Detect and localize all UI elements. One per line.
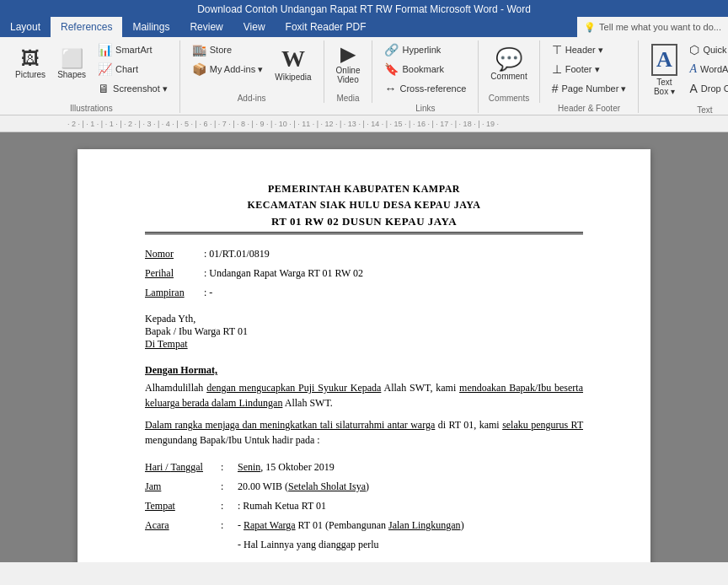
- wordart-icon: A: [689, 62, 697, 76]
- links-items: 🔗 Hyperlink 🔖 Bookmark ↔ Cross-reference: [379, 40, 471, 101]
- bookmark-button[interactable]: 🔖 Bookmark: [379, 60, 471, 78]
- textbox-icon: A: [651, 44, 677, 76]
- tell-me-input[interactable]: 💡 Tell me what you want to do...: [577, 17, 728, 37]
- header-footer-label: Header & Footer: [547, 101, 632, 113]
- ribbon-tabs: Layout References Mailings Review View F…: [0, 17, 728, 37]
- perihal-label: Perihal: [145, 267, 204, 280]
- text-group: A Text Box ▾ ⬡ Quick Parts ▾ A WordArt ▾…: [639, 40, 728, 115]
- nomor-value: : 01/RT.01/0819: [204, 248, 583, 260]
- doc-lampiran-field: Lampiran : -: [145, 287, 583, 299]
- links-label: Links: [379, 101, 471, 113]
- pictures-icon: 🖼: [21, 50, 40, 68]
- ribbon-content: 🖼 Pictures ⬜ Shapes 📊 SmartArt 📈 Chart 🖥: [0, 37, 728, 115]
- comments-group: 💬 Comment Comments: [479, 40, 539, 103]
- ruler: · 2 · | · 1 · | · 1 · | · 2 · | · 3 · | …: [0, 115, 728, 132]
- smartart-button[interactable]: 📊 SmartArt: [93, 40, 173, 59]
- addins-column: 🏬 Store 📦 My Add-ins ▾: [187, 40, 268, 78]
- doc-jam-field: Jam : 20.00 WIB (Setelah Sholat Isya): [145, 480, 583, 493]
- footer-icon: ⊥: [552, 62, 562, 76]
- paragraph2: Dalam rangka menjaga dan meningkatkan ta…: [145, 417, 583, 448]
- media-group: ▶ Online Video Media: [324, 40, 373, 103]
- document-page: PEMERINTAH KABUPATEN KAMPAR KECAMATAN SI…: [78, 149, 650, 562]
- title-bar: Download Contoh Undangan Rapat RT RW For…: [0, 0, 728, 17]
- puji-syukur-text: dengan mengucapkan Puji Syukur Kepada: [206, 382, 381, 394]
- shapes-icon: ⬜: [61, 50, 83, 68]
- crossref-button[interactable]: ↔ Cross-reference: [379, 79, 471, 98]
- lightbulb-icon: 💡: [584, 22, 596, 33]
- wordart-button[interactable]: A WordArt ▾: [684, 60, 728, 78]
- hari-value: Senin, 15 Oktober 2019: [238, 461, 583, 474]
- pictures-button[interactable]: 🖼 Pictures: [10, 40, 51, 88]
- store-button[interactable]: 🏬 Store: [187, 40, 268, 59]
- acara-sub-value: - Hal Lainnya yang dianggap perlu: [238, 539, 583, 551]
- shapes-button[interactable]: ⬜ Shapes: [52, 40, 91, 88]
- myaddin-icon: 📦: [192, 62, 206, 76]
- wikipedia-button[interactable]: W Wikipedia: [270, 40, 316, 88]
- di-tempat-text: Di Tempat: [145, 338, 583, 351]
- bookmark-icon: 🔖: [384, 62, 399, 76]
- header-footer-items: ⊤ Header ▾ ⊥ Footer ▾ # Page Number ▾: [547, 40, 632, 101]
- hyperlink-icon: 🔗: [384, 43, 399, 56]
- links-group: 🔗 Hyperlink 🔖 Bookmark ↔ Cross-reference…: [372, 40, 479, 113]
- dropcap-button[interactable]: A Drop Cap ▾: [684, 79, 728, 98]
- illustrations-sub-column: 📊 SmartArt 📈 Chart 🖥 Screenshot ▾: [93, 40, 173, 98]
- wikipedia-icon: W: [281, 47, 305, 71]
- jam-colon: :: [221, 480, 238, 493]
- comment-button[interactable]: 💬 Comment: [485, 40, 532, 88]
- kepada-text: Kepada Yth,: [145, 313, 583, 325]
- smartart-icon: 📊: [98, 43, 112, 56]
- onlinevideo-button[interactable]: ▶ Online Video: [331, 40, 366, 88]
- bapak-ibu-text: Bapak / Ibu Warga RT 01: [145, 325, 583, 338]
- lampiran-value: : -: [204, 287, 583, 299]
- screenshot-button[interactable]: 🖥 Screenshot ▾: [93, 79, 173, 98]
- tab-references[interactable]: References: [51, 17, 122, 37]
- hyperlink-button[interactable]: 🔗 Hyperlink: [379, 40, 471, 59]
- doc-hormat-section: Dengan Hormat, Alhamdulillah dengan meng…: [145, 364, 583, 448]
- tab-mailings[interactable]: Mailings: [122, 17, 179, 37]
- screenshot-icon: 🖥: [98, 82, 110, 95]
- hormat-text: Dengan Hormat,: [145, 364, 583, 377]
- comments-items: 💬 Comment: [485, 40, 532, 91]
- hari-label: Hari / Tanggal: [145, 461, 221, 474]
- tab-review[interactable]: Review: [179, 17, 233, 37]
- tempat-label: Tempat: [145, 500, 221, 513]
- doc-header-divider: [145, 232, 583, 234]
- crossref-icon: ↔: [384, 82, 396, 95]
- pagenumber-button[interactable]: # Page Number ▾: [547, 79, 632, 98]
- dropcap-icon: A: [689, 82, 697, 95]
- tempat-value: : Rumah Ketua RT 01: [238, 500, 583, 513]
- header-button[interactable]: ⊤ Header ▾: [547, 40, 632, 59]
- myaddin-button[interactable]: 📦 My Add-ins ▾: [187, 60, 268, 78]
- lampiran-label: Lampiran: [145, 287, 204, 299]
- pagenumber-icon: #: [552, 82, 559, 95]
- tab-foxit[interactable]: Foxit Reader PDF: [276, 17, 377, 37]
- doc-acara-sub-field: - Hal Lainnya yang dianggap perlu: [145, 539, 583, 551]
- acara-sub-spacer: [145, 539, 221, 551]
- comment-icon: 💬: [495, 48, 522, 70]
- document-area[interactable]: PEMERINTAH KABUPATEN KAMPAR KECAMATAN SI…: [0, 132, 728, 562]
- hari-colon: :: [221, 461, 238, 474]
- jam-label: Jam: [145, 480, 221, 493]
- illustrations-label: Illustrations: [10, 101, 173, 113]
- doc-kepada-section: Kepada Yth, Bapak / Ibu Warga RT 01 Di T…: [145, 313, 583, 351]
- textbox-button[interactable]: A Text Box ▾: [645, 40, 682, 99]
- comments-label: Comments: [485, 91, 532, 103]
- text-items: A Text Box ▾ ⬡ Quick Parts ▾ A WordArt ▾…: [645, 40, 728, 103]
- quickparts-icon: ⬡: [689, 43, 699, 56]
- doc-tempat-field: Tempat : : Rumah Ketua RT 01: [145, 500, 583, 513]
- tab-view[interactable]: View: [233, 17, 276, 37]
- footer-button[interactable]: ⊥ Footer ▾: [547, 60, 632, 78]
- perihal-value: : Undangan Rapat Warga RT 01 RW 02: [204, 267, 583, 280]
- chart-button[interactable]: 📈 Chart: [93, 60, 173, 78]
- header-footer-column: ⊤ Header ▾ ⊥ Footer ▾ # Page Number ▾: [547, 40, 632, 98]
- addins-group: 🏬 Store 📦 My Add-ins ▾ W Wikipedia Add-i…: [180, 40, 324, 103]
- links-column: 🔗 Hyperlink 🔖 Bookmark ↔ Cross-reference: [379, 40, 471, 98]
- doc-nomor-field: Nomor : 01/RT.01/0819: [145, 248, 583, 260]
- ruler-text: · 2 · | · 1 · | · 1 · | · 2 · | · 3 · | …: [67, 120, 499, 128]
- quickparts-button[interactable]: ⬡ Quick Parts ▾: [684, 40, 728, 59]
- tab-layout[interactable]: Layout: [0, 17, 51, 37]
- doc-perihal-field: Perihal : Undangan Rapat Warga RT 01 RW …: [145, 267, 583, 280]
- illustrations-group: 🖼 Pictures ⬜ Shapes 📊 SmartArt 📈 Chart 🖥: [3, 40, 180, 113]
- media-label: Media: [331, 91, 366, 103]
- selaku-pengurus-text: selaku pengurus RT: [502, 419, 583, 431]
